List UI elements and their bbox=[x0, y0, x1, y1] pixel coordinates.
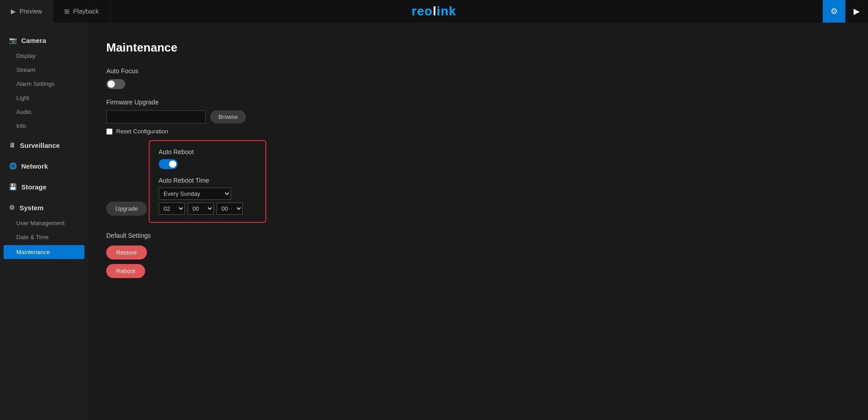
surveillance-icon bbox=[9, 141, 15, 149]
sidebar-group-surveillance[interactable]: Surveillance bbox=[0, 137, 88, 154]
storage-icon bbox=[9, 183, 17, 191]
auto-focus-toggle[interactable] bbox=[106, 79, 125, 89]
auto-focus-label: Auto Focus bbox=[106, 67, 850, 75]
reset-config-row: Reset Configuration bbox=[106, 128, 850, 135]
minute1-select[interactable]: 00051015 20253035 40455055 bbox=[188, 203, 214, 215]
sidebar-section-camera: Camera Display Stream Alarm Settings Lig… bbox=[0, 32, 88, 133]
playback-icon: ⊞ bbox=[64, 8, 70, 15]
auto-reboot-toggle[interactable] bbox=[159, 159, 178, 169]
preview-icon: ▶ bbox=[11, 8, 16, 15]
auto-reboot-box: Auto Reboot Auto Reboot Time Every Sunda… bbox=[149, 140, 266, 223]
minute2-select[interactable]: 00051015 20253035 40455055 bbox=[217, 203, 243, 215]
firmware-input[interactable] bbox=[106, 110, 206, 123]
arrow-icon-button[interactable]: ▶ bbox=[845, 0, 868, 23]
upgrade-button[interactable]: Upgrade bbox=[106, 202, 147, 216]
logo: reolink bbox=[412, 4, 457, 19]
topbar: ▶ Preview ⊞ Playback reolink ⚙ ▶ bbox=[0, 0, 868, 23]
sidebar-item-audio[interactable]: Audio bbox=[0, 105, 88, 119]
auto-reboot-slider bbox=[159, 159, 178, 169]
surveillance-label: Surveillance bbox=[20, 142, 60, 149]
sidebar-section-system: System User Management Date & Time Maint… bbox=[0, 199, 88, 259]
topbar-left: ▶ Preview ⊞ Playback bbox=[0, 0, 110, 23]
auto-focus-toggle-wrap bbox=[106, 79, 850, 90]
main-content: Maintenance Auto Focus Firmware Upgrade … bbox=[88, 23, 868, 420]
network-label: Network bbox=[21, 162, 48, 170]
system-label: System bbox=[19, 204, 43, 212]
playback-button[interactable]: ⊞ Playback bbox=[53, 0, 110, 23]
sidebar-section-surveillance: Surveillance bbox=[0, 137, 88, 154]
sidebar-group-storage[interactable]: Storage bbox=[0, 178, 88, 195]
sidebar-section-storage: Storage bbox=[0, 178, 88, 195]
firmware-row: Browse bbox=[106, 110, 850, 123]
sidebar-group-camera[interactable]: Camera bbox=[0, 32, 88, 49]
storage-label: Storage bbox=[21, 183, 47, 191]
network-icon bbox=[9, 162, 17, 170]
sidebar-group-network[interactable]: Network bbox=[0, 157, 88, 175]
sidebar-item-display[interactable]: Display bbox=[0, 49, 88, 63]
browse-button[interactable]: Browse bbox=[210, 110, 246, 123]
reboot-button[interactable]: Reboot bbox=[106, 264, 145, 278]
sidebar: Camera Display Stream Alarm Settings Lig… bbox=[0, 23, 88, 420]
system-icon bbox=[9, 203, 15, 212]
firmware-upgrade-label: Firmware Upgrade bbox=[106, 99, 850, 106]
playback-label: Playback bbox=[73, 8, 99, 15]
sidebar-item-info[interactable]: Info bbox=[0, 119, 88, 133]
sidebar-item-alarm-settings[interactable]: Alarm Settings bbox=[0, 77, 88, 91]
hour-select[interactable]: 00010203 04050607 08091011 12131415 1617… bbox=[159, 203, 185, 215]
time-select-row: 00010203 04050607 08091011 12131415 1617… bbox=[159, 203, 256, 215]
sidebar-item-user-management[interactable]: User Management bbox=[0, 216, 88, 230]
camera-label: Camera bbox=[21, 37, 46, 44]
day-select[interactable]: Every Sunday Every Monday Every Tuesday … bbox=[159, 188, 231, 200]
auto-reboot-time-label: Auto Reboot Time bbox=[159, 177, 256, 184]
camera-icon bbox=[9, 36, 17, 44]
layout: Camera Display Stream Alarm Settings Lig… bbox=[0, 23, 868, 420]
sidebar-section-network: Network bbox=[0, 157, 88, 175]
auto-focus-slider bbox=[106, 79, 125, 89]
restore-button[interactable]: Restore bbox=[106, 245, 147, 260]
preview-button[interactable]: ▶ Preview bbox=[0, 0, 53, 23]
arrow-icon: ▶ bbox=[854, 6, 860, 16]
settings-icon-button[interactable]: ⚙ bbox=[823, 0, 845, 23]
topbar-actions: ⚙ ▶ bbox=[823, 0, 868, 23]
page-title: Maintenance bbox=[106, 41, 850, 55]
reset-config-checkbox[interactable] bbox=[106, 128, 113, 135]
sidebar-item-light[interactable]: Light bbox=[0, 91, 88, 105]
sidebar-group-system[interactable]: System bbox=[0, 199, 88, 216]
sidebar-item-maintenance[interactable]: Maintenance bbox=[4, 245, 85, 259]
day-select-row: Every Sunday Every Monday Every Tuesday … bbox=[159, 188, 256, 200]
auto-reboot-label: Auto Reboot bbox=[159, 148, 256, 156]
sidebar-item-stream[interactable]: Stream bbox=[0, 63, 88, 77]
settings-icon: ⚙ bbox=[830, 6, 838, 16]
sidebar-item-date-time[interactable]: Date & Time bbox=[0, 230, 88, 244]
default-settings-label: Default Settings bbox=[106, 232, 850, 239]
reset-config-label: Reset Configuration bbox=[116, 128, 168, 135]
preview-label: Preview bbox=[19, 8, 42, 15]
